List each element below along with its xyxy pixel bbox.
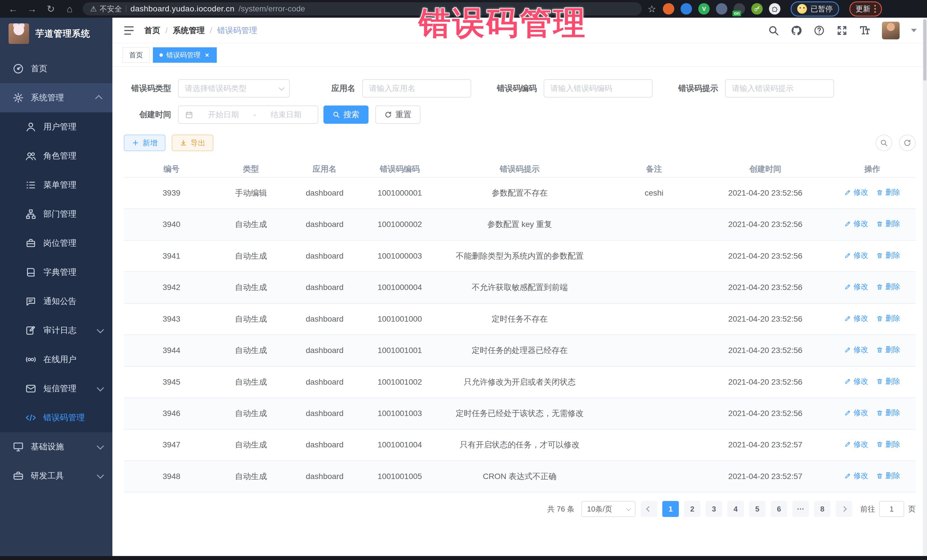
page-button-2[interactable]: 2 <box>684 501 701 517</box>
fullscreen-icon[interactable] <box>836 25 848 36</box>
security-warning[interactable]: ⚠不安全 <box>90 4 122 14</box>
scrollbar-thumb[interactable] <box>923 20 926 81</box>
blue-pin-extension-icon[interactable] <box>681 3 692 15</box>
browser-menu-icon[interactable] <box>874 5 876 13</box>
page-button-8[interactable]: 8 <box>814 501 831 517</box>
collapse-sidebar-icon[interactable] <box>123 24 135 37</box>
sidebar-item-role-management[interactable]: 角色管理 <box>0 141 112 170</box>
sidebar-item-dept-management[interactable]: 部门管理 <box>0 200 112 229</box>
date-range-picker[interactable]: 开始日期 - 结束日期 <box>178 106 318 124</box>
edit-link[interactable]: 修改 <box>844 439 868 450</box>
browser-forward-icon[interactable]: → <box>24 2 40 16</box>
code-icon <box>25 412 36 423</box>
filter-error-message: 错误码提示 请输入错误码提示 <box>671 79 834 97</box>
page-scrollbar[interactable] <box>923 18 927 556</box>
switch-extension-icon[interactable]: on <box>734 3 745 15</box>
app-logo-area[interactable]: 芋道管理系统 <box>0 18 112 50</box>
sidebar-item-system-management[interactable]: 系统管理 <box>0 83 112 112</box>
green-check-extension-icon[interactable]: V <box>698 3 710 15</box>
edit-link[interactable]: 修改 <box>844 376 868 387</box>
delete-link[interactable]: 删除 <box>876 250 900 261</box>
export-button[interactable]: 导出 <box>172 135 213 151</box>
sidebar-item-infrastructure[interactable]: 基础设施 <box>0 432 112 461</box>
next-page-button[interactable] <box>836 501 852 517</box>
delete-link[interactable]: 删除 <box>876 470 900 481</box>
tab-error-code-management[interactable]: 错误码管理 <box>153 47 217 63</box>
edit-link[interactable]: 修改 <box>844 250 868 261</box>
sidebar-item-label: 错误码管理 <box>43 412 102 423</box>
hide-search-button[interactable] <box>876 135 892 151</box>
goto-page-input[interactable]: 1 <box>879 501 904 517</box>
page-button-3[interactable]: 3 <box>706 501 722 517</box>
sidebar-item-post-management[interactable]: 岗位管理 <box>0 229 112 258</box>
paused-extension-pill[interactable]: 已暂停 <box>791 2 839 17</box>
error-message-input[interactable]: 请输入错误码提示 <box>725 79 834 97</box>
sidebar-item-audit-log[interactable]: 审计日志 <box>0 316 112 345</box>
orange-target-extension-icon[interactable] <box>663 3 674 15</box>
sidebar-item-user-management[interactable]: 用户管理 <box>0 112 112 141</box>
page-button-1[interactable]: 1 <box>662 501 679 517</box>
blue-grid-extension-icon[interactable] <box>716 3 727 15</box>
delete-link[interactable]: 删除 <box>876 219 900 229</box>
delete-link[interactable]: 删除 <box>876 187 900 198</box>
sidebar-item-sms-management[interactable]: 短信管理 <box>0 374 112 403</box>
sidebar-item-label: 字典管理 <box>43 267 102 278</box>
pencil-icon <box>844 378 851 385</box>
add-button[interactable]: 新增 <box>124 135 166 151</box>
edit-link[interactable]: 修改 <box>844 281 868 292</box>
edit-link[interactable]: 修改 <box>844 187 868 198</box>
user-menu-caret-icon[interactable] <box>911 29 917 32</box>
bookmark-star-icon[interactable]: ☆ <box>647 3 656 15</box>
page-size-value: 10条/页 <box>587 504 612 514</box>
edit-link[interactable]: 修改 <box>844 313 868 324</box>
gauge-icon <box>12 63 24 74</box>
error-code-input[interactable]: 请输入错误码编码 <box>544 79 653 97</box>
browser-back-icon[interactable]: ← <box>5 2 21 16</box>
sidebar-item-online-users[interactable]: 在线用户 <box>0 345 112 374</box>
sidebar-item-menu-management[interactable]: 菜单管理 <box>0 170 112 200</box>
delete-link-label: 删除 <box>885 219 900 229</box>
delete-link[interactable]: 删除 <box>876 376 900 387</box>
tab-home[interactable]: 首页 <box>123 47 149 63</box>
trash-icon <box>876 472 883 479</box>
edit-link[interactable]: 修改 <box>844 470 868 481</box>
edit-link[interactable]: 修改 <box>844 407 868 418</box>
browser-update-button[interactable]: 更新 <box>849 2 882 17</box>
delete-link[interactable]: 删除 <box>876 344 900 355</box>
error-code-type-select[interactable]: 请选择错误码类型 <box>178 79 290 97</box>
browser-home-icon[interactable]: ⌂ <box>62 2 78 16</box>
breadcrumb-home[interactable]: 首页 <box>144 25 160 36</box>
delete-link[interactable]: 删除 <box>876 407 900 418</box>
sidebar-item-dev-tools[interactable]: 研发工具 <box>0 461 112 490</box>
reset-button[interactable]: 重置 <box>375 106 421 124</box>
sidebar-item-error-code-management[interactable]: 错误码管理 <box>0 403 112 432</box>
breadcrumb-system[interactable]: 系统管理 <box>173 25 205 36</box>
sidebar-item-home[interactable]: 首页 <box>0 54 112 83</box>
browser-reload-icon[interactable]: ↻ <box>43 2 59 16</box>
pager-ellipsis[interactable]: ··· <box>792 501 809 517</box>
font-size-icon[interactable] <box>859 25 871 36</box>
search-icon[interactable] <box>768 25 779 36</box>
search-button[interactable]: 搜索 <box>324 106 369 124</box>
delete-link[interactable]: 删除 <box>876 439 900 450</box>
edit-link[interactable]: 修改 <box>844 344 868 355</box>
delete-link[interactable]: 删除 <box>876 313 900 324</box>
delete-link[interactable]: 删除 <box>876 281 900 292</box>
tab-close-icon[interactable] <box>204 52 210 58</box>
sidebar-item-notice-announcement[interactable]: 通知公告 <box>0 287 112 316</box>
edit-link[interactable]: 修改 <box>844 219 868 229</box>
page-button-6[interactable]: 6 <box>771 501 787 517</box>
refresh-table-button[interactable] <box>899 135 916 151</box>
green-key-extension-icon[interactable] <box>751 3 763 15</box>
cell-memo <box>606 429 702 461</box>
github-icon[interactable] <box>791 25 802 36</box>
page-size-select[interactable]: 10条/页 <box>581 501 635 517</box>
help-icon[interactable] <box>813 25 825 36</box>
puzzle-extension-icon[interactable] <box>769 3 780 15</box>
user-avatar[interactable] <box>882 22 900 39</box>
prev-page-button[interactable] <box>641 501 657 517</box>
page-button-4[interactable]: 4 <box>727 501 744 517</box>
page-button-5[interactable]: 5 <box>749 501 766 517</box>
app-name-input[interactable]: 请输入应用名 <box>362 79 471 97</box>
sidebar-item-dict-management[interactable]: 字典管理 <box>0 258 112 287</box>
